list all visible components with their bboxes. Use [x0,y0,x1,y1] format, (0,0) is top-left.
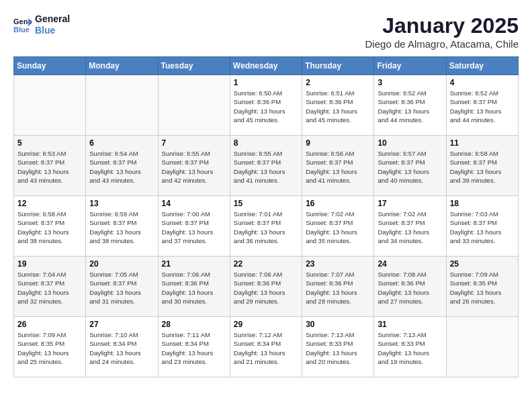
day-number: 22 [234,259,298,269]
day-number: 21 [162,259,226,269]
calendar-week-5: 26Sunrise: 7:09 AM Sunset: 8:35 PM Dayli… [14,317,519,377]
weekday-header-monday: Monday [86,57,158,75]
svg-text:Blue: Blue [13,26,30,34]
day-info: Sunrise: 7:02 AM Sunset: 8:37 PM Dayligh… [378,210,442,245]
calendar-week-3: 12Sunrise: 6:58 AM Sunset: 8:37 PM Dayli… [14,196,519,257]
day-number: 3 [378,78,442,87]
day-info: Sunrise: 6:58 AM Sunset: 8:37 PM Dayligh… [450,149,515,185]
calendar-cell: 13Sunrise: 6:59 AM Sunset: 8:37 PM Dayli… [86,196,158,257]
day-info: Sunrise: 6:52 AM Sunset: 8:37 PM Dayligh… [450,89,515,124]
day-info: Sunrise: 6:52 AM Sunset: 8:36 PM Dayligh… [378,89,442,124]
day-info: Sunrise: 6:55 AM Sunset: 8:37 PM Dayligh… [234,149,298,185]
day-info: Sunrise: 7:03 AM Sunset: 8:37 PM Dayligh… [450,210,515,245]
day-info: Sunrise: 6:59 AM Sunset: 8:37 PM Dayligh… [89,210,154,245]
calendar-cell: 7Sunrise: 6:55 AM Sunset: 8:37 PM Daylig… [158,136,230,196]
day-info: Sunrise: 7:06 AM Sunset: 8:36 PM Dayligh… [162,270,226,306]
calendar-cell: 24Sunrise: 7:08 AM Sunset: 8:36 PM Dayli… [374,257,446,317]
day-number: 18 [450,199,515,208]
day-info: Sunrise: 6:50 AM Sunset: 8:36 PM Dayligh… [234,89,298,124]
weekday-header-wednesday: Wednesday [230,57,302,75]
day-number: 31 [378,320,442,329]
day-info: Sunrise: 7:04 AM Sunset: 8:37 PM Dayligh… [17,270,82,306]
day-number: 24 [378,259,442,269]
calendar-cell: 17Sunrise: 7:02 AM Sunset: 8:37 PM Dayli… [374,196,446,257]
day-info: Sunrise: 6:51 AM Sunset: 8:36 PM Dayligh… [306,89,370,124]
day-number: 17 [378,199,442,208]
calendar-cell: 20Sunrise: 7:05 AM Sunset: 8:37 PM Dayli… [86,257,158,317]
day-info: Sunrise: 7:05 AM Sunset: 8:37 PM Dayligh… [89,270,154,306]
day-number: 11 [450,138,515,148]
calendar-cell: 21Sunrise: 7:06 AM Sunset: 8:36 PM Dayli… [158,257,230,317]
day-info: Sunrise: 6:57 AM Sunset: 8:37 PM Dayligh… [378,149,442,185]
day-number: 27 [89,320,154,329]
calendar-cell: 3Sunrise: 6:52 AM Sunset: 8:36 PM Daylig… [374,75,446,136]
calendar-cell: 25Sunrise: 7:09 AM Sunset: 8:35 PM Dayli… [446,257,518,317]
calendar-cell: 30Sunrise: 7:13 AM Sunset: 8:33 PM Dayli… [302,317,374,377]
day-info: Sunrise: 6:58 AM Sunset: 8:37 PM Dayligh… [17,210,82,245]
day-info: Sunrise: 7:07 AM Sunset: 8:36 PM Dayligh… [306,270,370,306]
day-info: Sunrise: 7:00 AM Sunset: 8:37 PM Dayligh… [162,210,226,245]
weekday-row: SundayMondayTuesdayWednesdayThursdayFrid… [14,57,519,75]
calendar-cell: 12Sunrise: 6:58 AM Sunset: 8:37 PM Dayli… [14,196,86,257]
day-info: Sunrise: 7:11 AM Sunset: 8:34 PM Dayligh… [162,330,226,366]
day-number: 12 [17,199,82,208]
day-number: 23 [306,259,370,269]
day-number: 8 [234,138,298,148]
day-number: 1 [234,78,298,87]
day-number: 30 [306,320,370,329]
calendar-cell: 9Sunrise: 6:56 AM Sunset: 8:37 PM Daylig… [302,136,374,196]
calendar-cell: 11Sunrise: 6:58 AM Sunset: 8:37 PM Dayli… [446,136,518,196]
calendar-header: SundayMondayTuesdayWednesdayThursdayFrid… [14,57,519,75]
calendar-cell: 18Sunrise: 7:03 AM Sunset: 8:37 PM Dayli… [446,196,518,257]
calendar-week-1: 1Sunrise: 6:50 AM Sunset: 8:36 PM Daylig… [14,75,519,136]
calendar-week-4: 19Sunrise: 7:04 AM Sunset: 8:37 PM Dayli… [14,257,519,317]
calendar-cell: 5Sunrise: 6:53 AM Sunset: 8:37 PM Daylig… [14,136,86,196]
calendar-cell: 28Sunrise: 7:11 AM Sunset: 8:34 PM Dayli… [158,317,230,377]
weekday-header-thursday: Thursday [302,57,374,75]
day-info: Sunrise: 6:56 AM Sunset: 8:37 PM Dayligh… [306,149,370,185]
calendar-cell: 23Sunrise: 7:07 AM Sunset: 8:36 PM Dayli… [302,257,374,317]
day-info: Sunrise: 6:53 AM Sunset: 8:37 PM Dayligh… [17,149,82,185]
month-title: January 2025 [365,13,519,38]
day-number: 16 [306,199,370,208]
calendar-cell: 1Sunrise: 6:50 AM Sunset: 8:36 PM Daylig… [230,75,302,136]
weekday-header-saturday: Saturday [446,57,518,75]
day-number: 6 [89,138,154,148]
calendar-cell: 4Sunrise: 6:52 AM Sunset: 8:37 PM Daylig… [446,75,518,136]
calendar-cell: 2Sunrise: 6:51 AM Sunset: 8:36 PM Daylig… [302,75,374,136]
day-info: Sunrise: 7:13 AM Sunset: 8:33 PM Dayligh… [306,330,370,366]
day-number: 10 [378,138,442,148]
day-number: 4 [450,78,515,87]
day-info: Sunrise: 7:13 AM Sunset: 8:33 PM Dayligh… [378,330,442,366]
calendar-cell: 26Sunrise: 7:09 AM Sunset: 8:35 PM Dayli… [14,317,86,377]
day-number: 28 [162,320,226,329]
logo-icon: General Blue [13,15,32,34]
calendar-cell [158,75,230,136]
day-info: Sunrise: 7:08 AM Sunset: 8:36 PM Dayligh… [378,270,442,306]
calendar-cell: 27Sunrise: 7:10 AM Sunset: 8:34 PM Dayli… [86,317,158,377]
day-info: Sunrise: 7:12 AM Sunset: 8:34 PM Dayligh… [234,330,298,366]
day-number: 5 [17,138,82,148]
weekday-header-friday: Friday [374,57,446,75]
day-number: 7 [162,138,226,148]
day-number: 19 [17,259,82,269]
title-block: January 2025 Diego de Almagro, Atacama, … [365,13,519,50]
calendar-week-2: 5Sunrise: 6:53 AM Sunset: 8:37 PM Daylig… [14,136,519,196]
day-number: 14 [162,199,226,208]
calendar-cell [14,75,86,136]
page-header: General Blue General Blue January 2025 D… [13,13,519,50]
day-info: Sunrise: 7:02 AM Sunset: 8:37 PM Dayligh… [306,210,370,245]
calendar-cell: 15Sunrise: 7:01 AM Sunset: 8:37 PM Dayli… [230,196,302,257]
day-info: Sunrise: 6:54 AM Sunset: 8:37 PM Dayligh… [89,149,154,185]
logo: General Blue General Blue [13,13,70,36]
day-info: Sunrise: 7:01 AM Sunset: 8:37 PM Dayligh… [234,210,298,245]
day-number: 25 [450,259,515,269]
location: Diego de Almagro, Atacama, Chile [365,38,519,50]
day-number: 20 [89,259,154,269]
day-number: 15 [234,199,298,208]
calendar-cell [86,75,158,136]
logo-line2: Blue [35,25,70,36]
day-info: Sunrise: 7:06 AM Sunset: 8:36 PM Dayligh… [234,270,298,306]
day-number: 2 [306,78,370,87]
calendar-cell: 22Sunrise: 7:06 AM Sunset: 8:36 PM Dayli… [230,257,302,317]
